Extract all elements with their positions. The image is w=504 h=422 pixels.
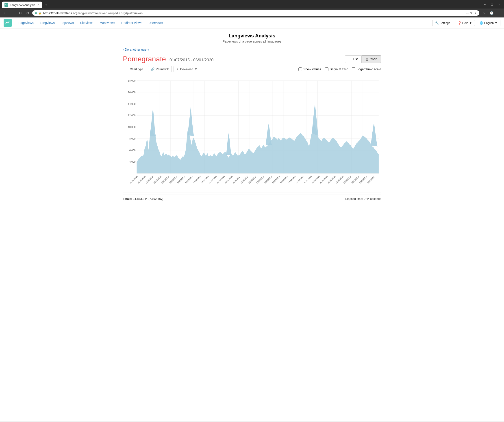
help-button[interactable]: ❓ Help ▼ <box>455 20 475 26</box>
show-values-option[interactable]: Show values <box>298 67 321 71</box>
svg-text:17/02/2018: 17/02/2018 <box>312 175 320 184</box>
nav-actions: 🔧 Settings ❓ Help ▼ 🌐 English ▼ <box>432 20 500 26</box>
show-values-checkbox[interactable] <box>298 67 302 71</box>
forward-button[interactable]: → <box>9 10 16 16</box>
list-view-button[interactable]: ☷ List <box>345 55 362 63</box>
svg-text:07/08/2015: 07/08/2015 <box>137 175 146 184</box>
peak1 <box>150 108 156 136</box>
main-content: Langviews Analysis Pageviews of a page a… <box>118 29 386 208</box>
totals-section: Totals: 11,873,844 (7,192/day) <box>123 197 163 200</box>
svg-text:24/10/2016: 24/10/2016 <box>216 175 225 184</box>
browser-minimize[interactable]: − <box>482 1 488 8</box>
lock-icon: 🔒 <box>38 12 42 15</box>
peak3 <box>226 133 231 155</box>
settings-button[interactable]: 🔧 Settings <box>432 20 453 26</box>
svg-text:06/01/2017: 06/01/2017 <box>232 175 241 184</box>
begin-zero-checkbox[interactable] <box>325 67 329 71</box>
tab-title: Langviews Analysis <box>10 3 35 7</box>
log-scale-option[interactable]: Logarithmic scale <box>352 67 381 71</box>
translate-icon: 🌐 <box>480 21 483 25</box>
totals-value: 11,873,844 (7,192/day) <box>133 197 163 200</box>
nav-userviews[interactable]: Userviews <box>145 18 166 28</box>
chart-container: .grid-line { stroke: #e0e0e0; stroke-wid… <box>123 76 381 192</box>
page-content: Pageviews Langviews Topviews Siteviews M… <box>0 18 504 422</box>
svg-text:22/04/2016: 22/04/2016 <box>192 175 201 184</box>
back-button[interactable]: ← <box>2 10 8 16</box>
nav-massviews[interactable]: Massviews <box>97 18 118 28</box>
log-scale-checkbox[interactable] <box>352 67 355 71</box>
svg-text:14,000: 14,000 <box>128 103 136 105</box>
chart-icon: ▤ <box>366 57 368 61</box>
tools-button[interactable]: ⚙ <box>25 10 31 16</box>
svg-text:30/11/2016: 30/11/2016 <box>224 175 233 184</box>
link-icon: 🔗 <box>151 67 155 71</box>
nav-redirect-views[interactable]: Redirect Views <box>118 18 145 28</box>
tab-bar: Langviews Analysis × + − □ × <box>0 0 504 8</box>
svg-text:03/11/2018: 03/11/2018 <box>351 175 360 184</box>
svg-text:26/11/2015: 26/11/2015 <box>161 175 170 184</box>
svg-text:03/06/2017: 03/06/2017 <box>264 175 273 184</box>
address-bar[interactable]: ■ 🔒 https://tools.wmflabs.org/langviews/… <box>32 10 479 16</box>
chevron-left-icon: ‹ <box>123 48 124 51</box>
chart-svg: .grid-line { stroke: #e0e0e0; stroke-wid… <box>123 76 381 192</box>
site-logo <box>4 19 12 27</box>
browser-close[interactable]: × <box>496 1 502 8</box>
begin-zero-option[interactable]: Begin at zero <box>325 67 348 71</box>
permalink-button[interactable]: 🔗 Permalink <box>148 66 172 72</box>
nav-siteviews[interactable]: Siteviews <box>77 18 96 28</box>
chevron-down-icon: ▼ <box>469 21 472 25</box>
top-navigation: Pageviews Langviews Topviews Siteviews M… <box>0 18 504 29</box>
grid-icon: ☷ <box>126 67 128 71</box>
svg-text:4,000: 4,000 <box>129 161 136 163</box>
nav-topviews[interactable]: Topviews <box>58 18 77 28</box>
page-subtitle: Pageviews of a page across all languages <box>123 40 381 43</box>
browser-toolbar: ← → ↻ ⚙ ■ 🔒 https://tools.wmflabs.org/la… <box>0 8 504 18</box>
elapsed-time: Elapsed time: 9.44 seconds <box>345 197 381 200</box>
nav-pageviews[interactable]: Pageviews <box>15 18 37 28</box>
address-options-icon: ⋯ <box>466 12 469 15</box>
svg-text:20/10/2015: 20/10/2015 <box>153 175 162 184</box>
active-tab[interactable]: Langviews Analysis × <box>2 2 42 8</box>
svg-text:29/10/2017: 29/10/2017 <box>288 175 296 184</box>
chart-area-polygon <box>137 123 379 173</box>
svg-text:16/01/2019: 16/01/2019 <box>359 175 368 184</box>
browser-action-buttons: ⌂ 🕐 ☰ <box>481 10 502 16</box>
chart-view-button[interactable]: ▤ Chart <box>362 55 381 63</box>
svg-text:27/09/2018: 27/09/2018 <box>343 175 352 184</box>
svg-text:12/02/2017: 12/02/2017 <box>240 175 249 184</box>
home-button[interactable]: ⌂ <box>481 10 487 16</box>
svg-text:13/09/2015: 13/09/2015 <box>145 175 154 184</box>
svg-text:08/02/2016: 08/02/2016 <box>177 175 186 184</box>
download-icon: ⤓ <box>176 67 179 71</box>
chevron-down-icon: ▼ <box>495 21 498 25</box>
history-button[interactable]: 🕐 <box>488 10 495 16</box>
peak2 <box>188 107 194 136</box>
shield-icon: ■ <box>35 11 37 15</box>
svg-text:18,000: 18,000 <box>128 79 136 82</box>
browser-chrome: Langviews Analysis × + − □ × ← → ↻ ⚙ ■ 🔒… <box>0 0 504 18</box>
svg-text:11/01/2018: 11/01/2018 <box>304 175 312 184</box>
svg-text:8,000: 8,000 <box>129 137 136 140</box>
menu-button[interactable]: ☰ <box>496 10 502 16</box>
page-footer: Totals: 11,873,844 (7,192/day) Elapsed t… <box>123 194 381 203</box>
language-button[interactable]: 🌐 English ▼ <box>477 20 500 26</box>
reload-button[interactable]: ↻ <box>17 10 23 16</box>
svg-text:27/04/2017: 27/04/2017 <box>256 175 265 184</box>
url-text: https://tools.wmflabs.org/langviews/?pro… <box>43 12 465 15</box>
nav-langviews[interactable]: Langviews <box>37 18 58 28</box>
svg-text:05/12/2017: 05/12/2017 <box>295 175 304 184</box>
peak6 <box>371 123 378 147</box>
tab-favicon <box>5 3 8 7</box>
download-button[interactable]: ⤓ Download ▼ <box>174 66 200 72</box>
new-tab-button[interactable]: + <box>43 2 49 8</box>
back-link[interactable]: ‹ Do another query <box>123 48 381 51</box>
tab-close-button[interactable]: × <box>37 3 39 7</box>
wrench-icon: 🔧 <box>435 21 439 25</box>
page-title: Langviews Analysis <box>123 33 381 39</box>
svg-text:29/05/2016: 29/05/2016 <box>201 175 210 184</box>
browser-maximize[interactable]: □ <box>489 1 495 8</box>
svg-text:06/01/2020: 06/01/2020 <box>367 175 376 184</box>
svg-text:01/01/2016: 01/01/2016 <box>169 175 178 184</box>
svg-text:16/08/2017: 16/08/2017 <box>280 175 288 184</box>
chart-type-button[interactable]: ☷ Chart type <box>123 66 146 72</box>
